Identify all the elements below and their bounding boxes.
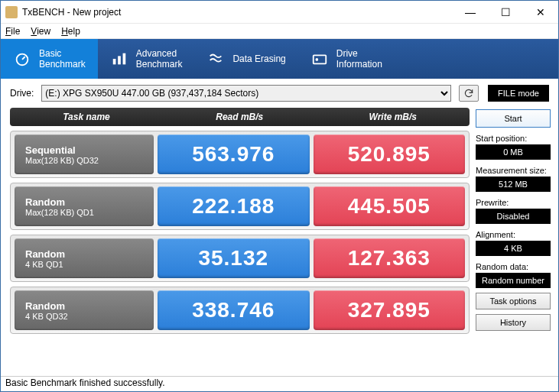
results-panel: Task name Read mB/s Write mB/s Sequentia… bbox=[1, 102, 474, 376]
task-label-sequential-qd32[interactable]: SequentialMax(128 KB) QD32 bbox=[15, 134, 154, 174]
write-value: 520.895 bbox=[314, 134, 466, 174]
main-area: Task name Read mB/s Write mB/s Sequentia… bbox=[1, 102, 558, 376]
menu-file[interactable]: File bbox=[5, 26, 20, 37]
file-mode-button[interactable]: FILE mode bbox=[488, 85, 549, 102]
svg-point-0 bbox=[17, 54, 28, 66]
gauge-icon bbox=[13, 50, 31, 68]
write-value: 445.505 bbox=[314, 186, 466, 226]
start-position-value[interactable]: 0 MB bbox=[476, 144, 551, 160]
tab-data-erasing[interactable]: Data Erasing bbox=[194, 39, 297, 79]
read-value: 35.132 bbox=[158, 238, 310, 278]
result-row: Random4 KB QD1 35.132 127.363 bbox=[10, 235, 470, 282]
task-label-random-qd1-max[interactable]: RandomMax(128 KB) QD1 bbox=[15, 186, 154, 226]
start-position-label: Start position: bbox=[476, 134, 551, 143]
read-value: 563.976 bbox=[158, 134, 310, 174]
menu-help[interactable]: Help bbox=[61, 26, 80, 37]
tab-basic-benchmark[interactable]: BasicBenchmark bbox=[1, 39, 98, 79]
tab-erasing-label: Data Erasing bbox=[232, 53, 285, 64]
tab-driveinfo-label: DriveInformation bbox=[336, 48, 382, 70]
alignment-label: Alignment: bbox=[476, 230, 551, 239]
prewrite-label: Prewrite: bbox=[476, 198, 551, 207]
app-icon bbox=[5, 6, 18, 18]
read-value: 338.746 bbox=[158, 290, 310, 330]
write-value: 327.895 bbox=[314, 290, 466, 330]
tab-advanced-benchmark[interactable]: AdvancedBenchmark bbox=[98, 39, 195, 79]
tab-drive-information[interactable]: DriveInformation bbox=[298, 39, 395, 79]
tab-basic-label: BasicBenchmark bbox=[39, 48, 86, 70]
drive-select[interactable]: (E:) XPG SX950U 447.00 GB (937,437,184 S… bbox=[41, 85, 451, 102]
maximize-button[interactable]: ☐ bbox=[488, 1, 523, 23]
write-value: 127.363 bbox=[314, 238, 466, 278]
barchart-icon bbox=[110, 50, 128, 68]
minimize-button[interactable]: — bbox=[453, 1, 488, 23]
refresh-icon bbox=[463, 88, 474, 99]
close-button[interactable]: ✕ bbox=[523, 1, 558, 23]
svg-rect-1 bbox=[112, 59, 115, 64]
header-write: Write mB/s bbox=[317, 112, 470, 122]
svg-rect-2 bbox=[118, 56, 121, 64]
randomdata-value[interactable]: Random number bbox=[476, 273, 551, 288]
result-row: RandomMax(128 KB) QD1 222.188 445.505 bbox=[10, 183, 470, 230]
header-task: Task name bbox=[10, 112, 163, 122]
svg-rect-3 bbox=[122, 53, 125, 65]
svg-point-5 bbox=[316, 59, 317, 60]
results-header: Task name Read mB/s Write mB/s bbox=[10, 108, 470, 126]
measurement-size-value[interactable]: 512 MB bbox=[476, 177, 551, 192]
measurement-size-label: Measurement size: bbox=[476, 166, 551, 175]
task-label-random-4kb-qd1[interactable]: Random4 KB QD1 bbox=[15, 238, 154, 278]
header-read: Read mB/s bbox=[163, 112, 317, 122]
menubar: File View Help bbox=[1, 24, 558, 39]
side-panel: Start Start position: 0 MB Measurement s… bbox=[474, 102, 558, 376]
refresh-button[interactable] bbox=[459, 85, 479, 102]
titlebar: TxBENCH - New project — ☐ ✕ bbox=[1, 1, 558, 24]
prewrite-value[interactable]: Disabled bbox=[476, 209, 551, 224]
history-button[interactable]: History bbox=[476, 314, 551, 331]
drive-bar: Drive: (E:) XPG SX950U 447.00 GB (937,43… bbox=[1, 79, 558, 102]
status-bar: Basic Benchmark finished successfully. bbox=[1, 376, 558, 391]
result-row: Random4 KB QD32 338.746 327.895 bbox=[10, 287, 470, 334]
drive-label: Drive: bbox=[10, 88, 34, 99]
drive-icon bbox=[310, 50, 329, 68]
result-row: SequentialMax(128 KB) QD32 563.976 520.8… bbox=[10, 131, 470, 178]
nav-tabs: BasicBenchmark AdvancedBenchmark Data Er… bbox=[1, 39, 558, 79]
randomdata-label: Random data: bbox=[476, 262, 551, 271]
tab-advanced-label: AdvancedBenchmark bbox=[136, 48, 183, 70]
menu-view[interactable]: View bbox=[31, 26, 50, 37]
alignment-value[interactable]: 4 KB bbox=[476, 241, 551, 256]
task-label-random-4kb-qd32[interactable]: Random4 KB QD32 bbox=[15, 290, 154, 330]
svg-rect-4 bbox=[314, 55, 327, 63]
read-value: 222.188 bbox=[158, 186, 310, 226]
window-title: TxBENCH - New project bbox=[22, 7, 453, 18]
start-button[interactable]: Start bbox=[476, 109, 551, 128]
erase-icon bbox=[206, 50, 225, 68]
task-options-button[interactable]: Task options bbox=[476, 293, 551, 309]
